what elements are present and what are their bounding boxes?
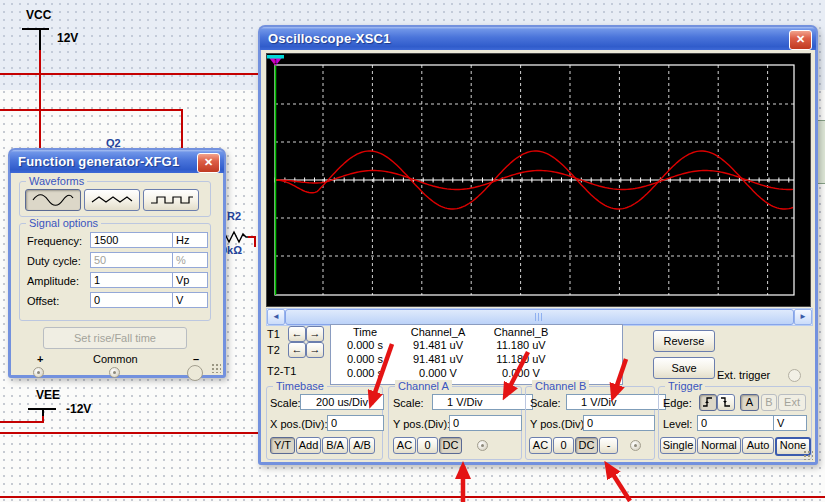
duty-cycle-unit[interactable]: %	[172, 252, 208, 268]
vee-label[interactable]: VEE	[36, 388, 60, 402]
set-rise-fall-label: Set rise/Fall time	[74, 332, 156, 344]
vcc-value-label[interactable]: 12V	[57, 31, 78, 45]
trigger-level-input[interactable]	[697, 415, 774, 431]
arrow-left-icon: ←	[292, 343, 303, 355]
scope-resize-grip[interactable]	[803, 450, 813, 460]
wire[interactable]	[181, 109, 183, 148]
square-waveform-button[interactable]	[143, 189, 199, 211]
scroll-left-button[interactable]: ◄	[267, 309, 285, 325]
offset-input[interactable]	[90, 292, 174, 308]
wire[interactable]	[39, 50, 41, 148]
channel-b-dc-button[interactable]: DC	[575, 437, 598, 454]
save-button[interactable]: Save	[653, 357, 715, 379]
fg-close-button[interactable]: ✕	[197, 153, 220, 173]
wire[interactable]	[0, 496, 825, 498]
wire[interactable]	[254, 236, 256, 247]
offset-unit[interactable]: V	[172, 292, 208, 308]
channel-a-scale-label: Scale:	[393, 397, 424, 409]
amplitude-label: Amplitude:	[27, 275, 79, 287]
trigger-normal-button[interactable]: Normal	[697, 437, 741, 454]
channel-b-ac-button[interactable]: AC	[529, 437, 552, 454]
channel-b-zero-button[interactable]: 0	[553, 437, 574, 454]
vcc-symbol-bar[interactable]	[22, 28, 49, 30]
t1-label: T1	[267, 328, 280, 340]
t2-left-button[interactable]: ←	[288, 342, 306, 358]
ext-trigger-label: Ext. trigger	[717, 369, 770, 381]
waveforms-group: Waveforms	[19, 181, 211, 217]
scope-screen[interactable]: 1	[266, 53, 811, 307]
channel-a-probe-terminal[interactable]	[477, 440, 488, 451]
channel-b-scale-input[interactable]	[566, 394, 666, 410]
trigger-caption: Trigger	[665, 380, 705, 392]
scope-title-bar[interactable]: Oscilloscope-XSC1	[260, 27, 816, 50]
channel-a-ac-button[interactable]: AC	[393, 437, 416, 454]
wire[interactable]	[0, 73, 258, 75]
channel-a-ypos-input[interactable]	[449, 415, 522, 431]
timebase-scale-input[interactable]	[300, 394, 384, 410]
wire[interactable]	[0, 421, 44, 423]
timebase-caption: Timebase	[273, 380, 327, 392]
arrow-right-icon: →	[310, 327, 321, 339]
sine-waveform-button[interactable]	[25, 189, 81, 211]
ab-mode-button[interactable]: A/B	[349, 437, 375, 454]
trigger-source-a-button[interactable]: A	[740, 394, 759, 411]
function-generator-window: Function generator-XFG1 ✕ Waveforms Si	[8, 148, 226, 378]
readout-cell: 0.000 s	[335, 353, 395, 365]
vcc-label[interactable]: VCC	[26, 8, 51, 22]
trigger-single-button[interactable]: Single	[660, 437, 696, 454]
channel-a-dc-button[interactable]: DC	[439, 437, 462, 454]
terminal-plus-label: +	[37, 353, 43, 365]
rising-edge-button[interactable]	[699, 394, 717, 411]
scroll-thumb[interactable]	[285, 309, 794, 325]
reverse-button[interactable]: Reverse	[653, 330, 715, 352]
amplitude-input[interactable]	[90, 272, 174, 288]
vee-value-label[interactable]: -12V	[66, 402, 91, 416]
scroll-right-button[interactable]: ►	[794, 309, 812, 325]
t1-right-button[interactable]: →	[306, 326, 324, 342]
falling-edge-button[interactable]	[717, 394, 735, 411]
amplitude-unit[interactable]: Vp	[172, 272, 208, 288]
scope-window-title: Oscilloscope-XSC1	[268, 31, 391, 46]
wire[interactable]	[0, 432, 258, 434]
vcc-symbol-lead	[39, 30, 41, 50]
set-rise-fall-button[interactable]: Set rise/Fall time	[43, 327, 187, 349]
frequency-unit[interactable]: Hz	[172, 232, 208, 248]
t1-left-button[interactable]: ←	[288, 326, 306, 342]
ext-trigger-terminal[interactable]	[788, 369, 801, 382]
channel-b-ypos-label: Y pos.(Div):	[530, 418, 587, 430]
yt-mode-button[interactable]: Y/T	[270, 437, 295, 454]
add-mode-button[interactable]: Add	[296, 437, 321, 454]
timebase-xpos-input[interactable]	[327, 415, 384, 431]
time-header: Time	[335, 326, 395, 338]
trigger-source-b-button[interactable]: B	[761, 394, 777, 411]
fg-title-bar[interactable]: Function generator-XFG1	[10, 150, 224, 173]
channel-a-scale-input[interactable]	[432, 394, 533, 410]
t2-right-button[interactable]: →	[306, 342, 324, 358]
channel-a-zero-button[interactable]: 0	[417, 437, 438, 454]
channel-b-caption: Channel B	[532, 380, 589, 392]
trigger-auto-button[interactable]: Auto	[742, 437, 774, 454]
close-icon: ✕	[204, 156, 213, 168]
minus-terminal[interactable]	[187, 365, 203, 381]
channel-b-invert-button[interactable]: -	[599, 437, 618, 454]
ba-mode-button[interactable]: B/A	[322, 437, 348, 454]
common-terminal[interactable]	[109, 367, 120, 378]
duty-cycle-input[interactable]	[90, 252, 174, 268]
scroll-left-icon: ◄	[272, 312, 280, 321]
scope-close-button[interactable]: ✕	[789, 30, 812, 50]
channel-b-probe-terminal[interactable]	[630, 440, 641, 451]
terminal-minus-label: –	[193, 353, 199, 365]
plus-terminal[interactable]	[33, 367, 44, 378]
close-icon: ✕	[796, 33, 805, 45]
trigger-source-ext-button[interactable]: Ext	[778, 394, 806, 411]
channel-b-scale-label: Scale:	[530, 397, 561, 409]
triangle-waveform-button[interactable]	[84, 189, 140, 211]
r2-label[interactable]: R2	[227, 210, 241, 222]
trigger-level-unit[interactable]: V	[773, 415, 807, 431]
fg-resize-grip[interactable]	[211, 363, 221, 373]
channel-b-ypos-input[interactable]	[583, 415, 655, 431]
wire[interactable]	[0, 109, 183, 111]
frequency-input[interactable]	[90, 232, 174, 248]
channel-a-ypos-label: Y pos.(Div):	[393, 418, 450, 430]
readout-cell: 0.000 V	[479, 367, 563, 379]
